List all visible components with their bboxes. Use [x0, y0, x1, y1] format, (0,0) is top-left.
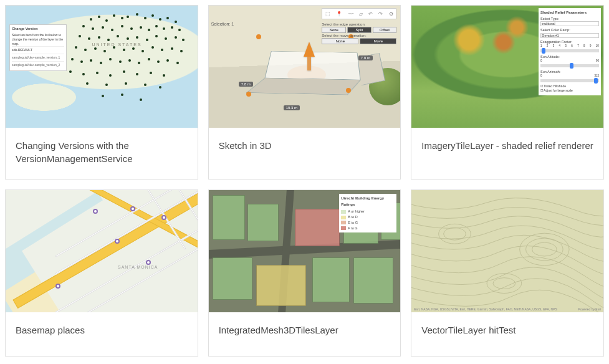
place-icon: [130, 206, 135, 211]
card-title: Sketch in 3D: [209, 128, 401, 171]
svg-point-1: [444, 228, 466, 240]
thumbnail: Esri, NASA, NGA, USGS | VITA, Esri, HERE…: [411, 190, 603, 312]
redo-icon: ↷: [378, 11, 383, 17]
card-title: ImageryTileLayer - shaded relief rendere…: [411, 128, 603, 171]
card-title: Changing Versions with the VersionManage…: [6, 128, 198, 179]
large-scale-checkbox: ☑ Adjust for large scale: [540, 89, 599, 93]
card-sketch-3d[interactable]: 7.8 m 19.3 m 7.9 m ⬚ 📍 〰 ▱ ↶ ↷ ⚙ Selecti…: [208, 5, 401, 180]
svg-point-5: [487, 274, 522, 294]
selection-count: Selection: 1: [211, 22, 234, 26]
svg-point-4: [532, 242, 557, 256]
version-row: sampleguid/dev-sample_version_1: [12, 54, 64, 61]
place-icon: [161, 215, 166, 220]
line-tool-icon: 〰: [348, 11, 353, 17]
altitude-slider: [540, 64, 599, 67]
attribution-right: Powered by Esri: [578, 307, 601, 311]
move-none-button: None: [322, 38, 358, 44]
point-tool-icon: 📍: [336, 11, 342, 17]
card-title: IntegratedMesh3DTilesLayer: [209, 312, 401, 356]
card-title: VectorTileLayer hitTest: [411, 312, 603, 356]
operation-panel: Select the edge operation: None Split Of…: [322, 22, 396, 44]
card-basemap-places[interactable]: SANTA MONICA Basemap places: [5, 189, 198, 357]
settings-icon: ⚙: [389, 11, 393, 17]
card-grid: UNITED STATES: [5, 5, 604, 357]
thumbnail: UNITED STATES: [6, 6, 198, 128]
svg-point-3: [526, 238, 563, 261]
thumbnail: Shaded Relief Parameters Select Type: tr…: [411, 6, 603, 128]
version-row: sampleguid/dev-sample_version_2: [12, 61, 64, 69]
exaggeration-slider: [540, 49, 599, 52]
card-vector-tile-hittest[interactable]: Esri, NASA, NGA, USGS | VITA, Esri, HERE…: [411, 189, 604, 357]
panel-description: Select an item from the list below to ch…: [12, 33, 64, 46]
polygon-tool-icon: ▱: [359, 11, 363, 17]
thumbnail: 7.8 m 19.3 m 7.9 m ⬚ 📍 〰 ▱ ↶ ↷ ⚙ Selecti…: [209, 6, 401, 128]
area-label: SANTA MONICA: [118, 265, 158, 269]
legend-item: F to G: [341, 226, 395, 231]
place-icon: [93, 209, 98, 214]
card-shaded-relief[interactable]: Shaded Relief Parameters Select Type: tr…: [411, 5, 604, 180]
dimension-label: 7.9 m: [358, 55, 373, 60]
attribution-left: Esri, NASA, NGA, USGS | VITA, Esri, HERE…: [414, 307, 557, 311]
relief-params-panel: Shaded Relief Parameters Select Type: tr…: [539, 8, 601, 95]
contour-lines: [411, 190, 603, 312]
card-changing-versions[interactable]: UNITED STATES: [5, 5, 198, 180]
type-select: traditional: [540, 21, 599, 26]
legend-panel: Utrecht Building Energy Ratings A or hig…: [339, 194, 396, 232]
legend-header: Utrecht Building Energy Ratings: [341, 196, 395, 208]
legend-item: B to D: [341, 214, 395, 220]
edge-split-button: Split: [347, 27, 372, 33]
legend-item: E to G: [341, 220, 395, 226]
place-icon: [115, 239, 120, 244]
ramp-select: Elevation #1: [540, 33, 599, 38]
panel-header: Change Version: [12, 27, 64, 32]
dimension-label: 7.8 m: [239, 82, 253, 87]
tinted-checkbox: ☑ Tinted Hillshade: [540, 84, 599, 89]
azimuth-slider: [540, 79, 599, 82]
card-title: Basemap places: [6, 312, 198, 356]
pointer-icon: ⬚: [325, 11, 330, 17]
sketch-toolbar: ⬚ 📍 〰 ▱ ↶ ↷ ⚙: [322, 8, 396, 19]
edge-none-button: None: [322, 27, 346, 33]
default-version-row: sde.DEFAULT: [12, 46, 64, 54]
dimension-label: 19.3 m: [284, 105, 300, 110]
version-panel: Change Version Select an item from the l…: [9, 24, 67, 71]
move-arrow-icon: [304, 42, 315, 57]
card-integrated-mesh[interactable]: Utrecht Building Energy Ratings A or hig…: [208, 189, 401, 357]
thumbnail: SANTA MONICA: [6, 190, 198, 312]
edge-offset-button: Offset: [373, 27, 397, 33]
panel-header: Shaded Relief Parameters: [540, 10, 599, 16]
move-move-button: Move: [360, 38, 396, 44]
place-icon: [55, 284, 60, 289]
thumbnail: Utrecht Building Energy Ratings A or hig…: [209, 190, 401, 312]
undo-icon: ↶: [368, 11, 373, 17]
place-icon: [146, 260, 151, 265]
legend-item: A or higher: [341, 209, 395, 214]
